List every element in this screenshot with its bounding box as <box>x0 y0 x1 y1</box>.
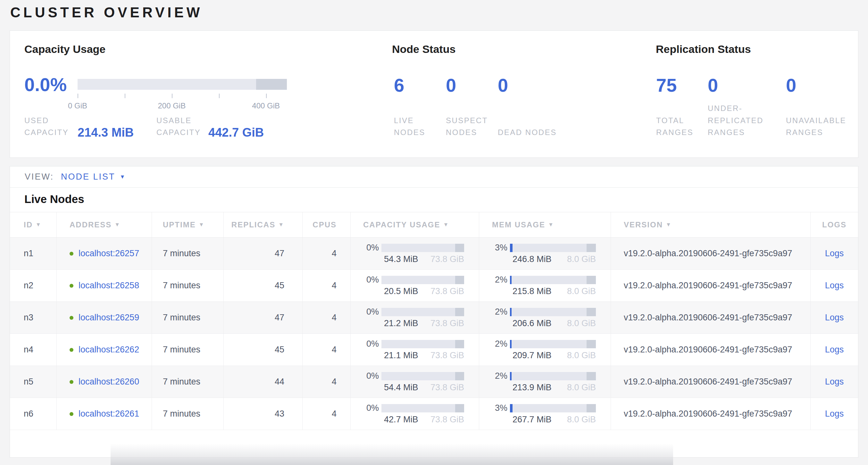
node-status-title: Node Status <box>392 43 456 56</box>
view-bar: VIEW: NODE LIST ▼ <box>10 167 858 187</box>
mem-percent: 2% <box>490 339 510 349</box>
column-header-replicas[interactable]: REPLICAS ▼ <box>224 212 303 237</box>
logs-link[interactable]: Logs <box>825 345 844 355</box>
capacity-used-value: 54.4 MiB <box>384 383 418 393</box>
mem-total-value: 8.0 GiB <box>567 286 596 296</box>
mem-total-value: 8.0 GiB <box>567 318 596 328</box>
table-row: n2 localhost:26258 7 minutes 45 4 0% <box>10 270 858 302</box>
column-header-address[interactable]: ADDRESS ▼ <box>57 212 152 237</box>
capacity-used-value: 42.7 MiB <box>384 415 418 425</box>
sort-desc-icon: ▼ <box>199 222 205 228</box>
logs-link[interactable]: Logs <box>825 281 844 291</box>
node-address-link[interactable]: localhost:26261 <box>79 409 139 419</box>
mem-usage-cell: 2% 215.8 MiB 8.0 GiB <box>479 270 611 301</box>
uptime-cell: 7 minutes <box>152 398 224 430</box>
capacity-bar <box>381 372 464 380</box>
capacity-total-value: 73.8 GiB <box>431 415 464 425</box>
logs-link[interactable]: Logs <box>825 377 844 387</box>
node-live-dot <box>69 252 73 256</box>
node-live-dot <box>69 380 73 384</box>
sort-desc-icon: ▼ <box>115 222 121 228</box>
node-live-dot <box>69 316 73 320</box>
view-selected-value: NODE LIST <box>61 172 115 182</box>
mem-total-value: 8.0 GiB <box>567 415 596 425</box>
uptime-cell: 7 minutes <box>152 334 224 366</box>
under-replicated-ranges-stat: 0 UNDER-REPLICATED RANGES <box>708 76 786 138</box>
replicas-cell: 47 <box>224 302 303 333</box>
uptime-cell: 7 minutes <box>152 366 224 398</box>
axis-tick <box>78 94 78 98</box>
capacity-usage-cell: 0% 42.7 MiB 73.8 GiB <box>351 398 479 430</box>
column-header-uptime[interactable]: UPTIME ▼ <box>152 212 224 237</box>
capacity-used-value: 20.5 MiB <box>384 286 418 296</box>
replicas-cell: 47 <box>224 238 303 269</box>
node-address-link[interactable]: localhost:26257 <box>79 249 139 259</box>
logs-cell: Logs <box>811 270 858 301</box>
node-address-link[interactable]: localhost:26259 <box>79 313 139 323</box>
capacity-bar <box>381 308 464 316</box>
sort-desc-icon: ▼ <box>548 222 554 228</box>
version-cell: v19.2.0-alpha.20190606-2491-gfe735c9a97 <box>611 270 811 301</box>
capacity-percent: 0% <box>362 371 381 381</box>
usable-capacity-label: USABLE CAPACITY <box>156 115 213 138</box>
cpus-cell: 4 <box>303 334 351 366</box>
mem-percent: 3% <box>490 243 510 253</box>
axis-tick-label: 200 GiB <box>158 101 186 110</box>
node-id-cell: n5 <box>10 366 57 398</box>
mem-bar-reserved <box>587 244 596 252</box>
mem-used-value: 215.8 MiB <box>513 286 552 296</box>
uptime-cell: 7 minutes <box>152 302 224 333</box>
column-header-cpus-label: CPUS <box>312 220 337 229</box>
column-header-logs-label: LOGS <box>822 220 846 229</box>
mem-bar <box>510 244 596 252</box>
axis-tick <box>266 94 267 98</box>
mem-usage-cell: 3% 267.7 MiB 8.0 GiB <box>479 398 611 430</box>
mem-bar <box>510 340 596 348</box>
replicas-cell: 43 <box>224 398 303 430</box>
cpus-cell: 4 <box>303 398 351 430</box>
mem-bar-fill <box>510 340 512 348</box>
column-header-cpus[interactable]: CPUS <box>303 212 351 237</box>
node-address-link[interactable]: localhost:26262 <box>79 345 139 355</box>
node-id-cell: n1 <box>10 238 57 269</box>
node-address-cell: localhost:26262 <box>57 334 152 366</box>
dead-nodes-stat: 0 DEAD NODES <box>498 76 568 138</box>
column-header-capacity-usage[interactable]: CAPACITY USAGE ▼ <box>351 212 479 237</box>
logs-link[interactable]: Logs <box>825 313 844 323</box>
table-row: n6 localhost:26261 7 minutes 43 4 0% <box>10 398 858 430</box>
logs-link[interactable]: Logs <box>825 409 844 419</box>
sort-desc-icon: ▼ <box>443 222 449 228</box>
table-row: n3 localhost:26259 7 minutes 47 4 0% <box>10 302 858 334</box>
node-address-cell: localhost:26260 <box>57 366 152 398</box>
capacity-bar <box>381 404 464 412</box>
capacity-usage-cell: 0% 54.4 MiB 73.8 GiB <box>351 366 479 398</box>
mem-usage-cell: 2% 206.6 MiB 8.0 GiB <box>479 302 611 333</box>
sort-desc-icon: ▼ <box>666 222 672 228</box>
page-title: CLUSTER OVERVIEW <box>10 4 203 21</box>
mem-bar-fill <box>510 308 512 316</box>
node-id-cell: n2 <box>10 270 57 301</box>
node-address-link[interactable]: localhost:26258 <box>79 281 139 291</box>
capacity-percent-value: 0.0% <box>24 76 67 93</box>
node-address-link[interactable]: localhost:26260 <box>79 377 139 387</box>
capacity-percent: 0% <box>362 275 381 285</box>
mem-bar-reserved <box>587 308 596 316</box>
mem-usage-cell: 2% 209.7 MiB 8.0 GiB <box>479 334 611 366</box>
column-header-id[interactable]: ID ▼ <box>10 212 57 237</box>
cpus-cell: 4 <box>303 302 351 333</box>
logs-cell: Logs <box>811 238 858 269</box>
replication-status-title: Replication Status <box>656 43 751 56</box>
logs-link[interactable]: Logs <box>825 249 844 259</box>
replicas-cell: 44 <box>224 366 303 398</box>
live-nodes-title: Live Nodes <box>24 193 858 206</box>
column-header-mem-usage[interactable]: MEM USAGE ▼ <box>479 212 611 237</box>
view-selector-dropdown[interactable]: NODE LIST ▼ <box>61 172 125 182</box>
dead-nodes-label: DEAD NODES <box>498 126 557 138</box>
uptime-cell: 7 minutes <box>152 238 224 269</box>
capacity-percent: 0% <box>362 339 381 349</box>
column-header-version[interactable]: VERSION ▼ <box>611 212 811 237</box>
table-header-row: ID ▼ ADDRESS ▼ UPTIME ▼ REPLICAS ▼ CPUS … <box>10 212 858 238</box>
node-address-cell: localhost:26259 <box>57 302 152 333</box>
suspect-nodes-stat: 0 SUSPECT NODES <box>446 76 498 138</box>
mem-percent: 3% <box>490 403 510 413</box>
